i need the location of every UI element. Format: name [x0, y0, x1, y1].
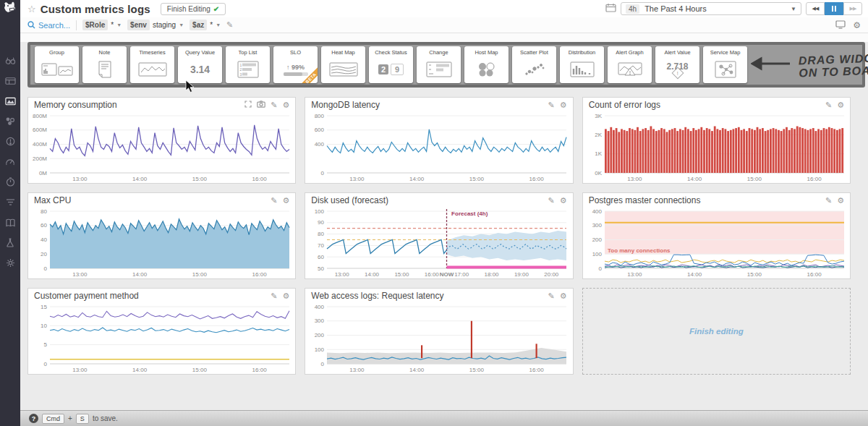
gear-icon[interactable]: ⚙	[560, 101, 567, 109]
widget-title: Memory consumption	[34, 100, 117, 110]
widget-chart: 040060080013:0014:0015:0016:00	[305, 112, 572, 182]
template-variable-az[interactable]: $az * ▼	[190, 20, 221, 30]
widget-header: Count of error logs✎⚙	[583, 98, 850, 112]
forward-button[interactable]: ▶▶	[843, 2, 862, 15]
sidebar-item-watchdog[interactable]	[4, 55, 17, 66]
tv-mode-icon[interactable]	[835, 19, 846, 32]
help-icon[interactable]: ?	[29, 414, 38, 423]
gear-icon[interactable]: ⚙	[560, 292, 567, 300]
gear-icon[interactable]: ⚙	[282, 197, 289, 205]
edit-icon[interactable]: ✎	[271, 101, 277, 109]
svg-text:100: 100	[592, 251, 602, 257]
gear-icon[interactable]: ⚙	[837, 101, 844, 109]
status-bar: ? Cmd + S to save.	[20, 410, 868, 426]
gear-icon[interactable]: ⚙	[282, 292, 289, 300]
svg-text:600: 600	[315, 127, 325, 133]
edit-icon[interactable]: ✎	[825, 101, 832, 109]
time-range-label: The Past 4 Hours	[644, 4, 707, 13]
rewind-button[interactable]: ◀◀	[806, 2, 825, 15]
edit-icon[interactable]: ✎	[825, 197, 832, 205]
palette-widget-label: Change	[429, 49, 448, 56]
edit-icon[interactable]: ✎	[548, 197, 555, 205]
sidebar-item-metrics[interactable]	[4, 156, 17, 167]
palette-widget-query_value[interactable]: Query Value3.14	[178, 46, 222, 83]
palette-widget-label: Check Status	[375, 49, 407, 56]
svg-text:NOW: NOW	[440, 271, 454, 278]
palette-widget-check_status[interactable]: Check Status29	[369, 46, 413, 83]
palette-widget-note[interactable]: Note	[82, 46, 127, 83]
svg-text:200: 200	[315, 332, 325, 338]
slo-sample: ↑ 99%	[286, 64, 305, 71]
edit-icon[interactable]: ✎	[548, 292, 555, 300]
widget-title: Postgres master connections	[589, 195, 701, 205]
palette-widget-alert_value[interactable]: Alert Value2.718!	[655, 46, 699, 83]
svg-text:16:00: 16:00	[807, 271, 822, 278]
sidebar-item-integrations[interactable]	[4, 237, 17, 248]
sidebar-item-settings[interactable]	[4, 257, 17, 268]
palette-widget-timeseries[interactable]: Timeseries	[130, 46, 174, 83]
gear-icon[interactable]: ⚙	[837, 197, 844, 205]
check-status-count-a: 2	[378, 64, 388, 74]
widget-title: MongoDB latency	[311, 100, 380, 110]
palette-widget-alert_graph[interactable]: Alert Graph	[608, 46, 652, 83]
edit-icon[interactable]: ✎	[271, 197, 277, 205]
sidebar-item-apm[interactable]	[4, 176, 17, 187]
gear-icon[interactable]: ⚙	[282, 101, 289, 109]
svg-text:0: 0	[321, 170, 325, 176]
sidebar-item-logs[interactable]	[4, 197, 17, 208]
palette-widget-group[interactable]: Group	[35, 46, 79, 83]
dashboard-board: Memory consumption✎⚙0M200M400M600M800M13…	[20, 88, 868, 375]
sidebar-item-screenboards[interactable]	[4, 75, 17, 86]
query-value-sample: 3.14	[190, 64, 210, 75]
palette-widget-host_map[interactable]: Host Map	[464, 46, 509, 83]
palette-widget-distribution[interactable]: Distribution	[560, 46, 604, 83]
template-variable-env[interactable]: $env staging ▼	[127, 20, 184, 30]
finish-editing-link[interactable]: Finish editing	[689, 327, 744, 336]
alert_value-icon: 2.718!	[655, 56, 699, 83]
time-range-select[interactable]: 4h The Past 4 Hours ▼	[621, 2, 801, 15]
search-input[interactable]: Search...	[27, 21, 70, 30]
datadog-logo-icon[interactable]	[1, 1, 19, 20]
palette-widget-slo[interactable]: SLO↑ 99%BETA	[273, 46, 318, 83]
variable-name: $env	[127, 20, 150, 30]
calendar-icon[interactable]	[605, 2, 616, 15]
star-icon[interactable]: ☆	[27, 4, 36, 14]
sidebar-item-dashboards[interactable]	[4, 95, 17, 106]
palette-widget-label: SLO	[290, 49, 301, 56]
arrow-left-icon	[751, 56, 791, 74]
widget-title: Max CPU	[34, 195, 71, 205]
distribution-icon	[560, 56, 604, 83]
sidebar-item-monitors[interactable]	[4, 136, 17, 147]
svg-text:15:00: 15:00	[395, 271, 410, 278]
finish-editing-button[interactable]: Finish Editing ✔	[161, 3, 226, 15]
svg-text:15:00: 15:00	[469, 176, 485, 182]
svg-text:16:00: 16:00	[807, 176, 822, 182]
sidebar-item-infrastructure[interactable]	[4, 116, 17, 127]
gear-icon[interactable]: ⚙	[853, 20, 861, 30]
svg-text:15:00: 15:00	[747, 271, 762, 278]
edit-variables-icon[interactable]: ✎	[226, 20, 233, 30]
svg-text:0: 0	[44, 265, 48, 272]
template-variable-role[interactable]: $Role * ▼	[82, 20, 122, 30]
palette-widget-service_map[interactable]: Service Map	[703, 46, 747, 83]
sidebar-item-notebooks[interactable]	[4, 217, 17, 228]
edit-icon[interactable]: ✎	[548, 101, 555, 109]
widget-actions: ✎⚙	[548, 197, 567, 205]
camera-icon[interactable]	[257, 101, 265, 109]
widget-disk-used-forecast-: Disk used (forecast)✎⚙506070809010013:00…	[305, 192, 573, 279]
fullscreen-icon[interactable]	[244, 101, 252, 109]
svg-text:80: 80	[318, 231, 324, 237]
edit-icon[interactable]: ✎	[271, 292, 277, 300]
widget-header: Memory consumption✎⚙	[28, 98, 295, 112]
pause-button[interactable]	[825, 2, 843, 15]
palette-widget-scatter_plot[interactable]: Scatter Plot	[512, 46, 556, 83]
gear-icon[interactable]: ⚙	[560, 197, 567, 205]
palette-widget-change[interactable]: Change	[417, 46, 461, 83]
palette-widget-top_list[interactable]: Top List123	[226, 46, 270, 83]
svg-text:14:00: 14:00	[132, 367, 148, 373]
host_map-icon	[464, 56, 509, 83]
svg-text:13:00: 13:00	[627, 271, 642, 278]
palette-widget-heat_map[interactable]: Heat Map	[321, 46, 365, 83]
svg-text:17:00: 17:00	[455, 271, 470, 278]
svg-text:60: 60	[41, 222, 47, 229]
